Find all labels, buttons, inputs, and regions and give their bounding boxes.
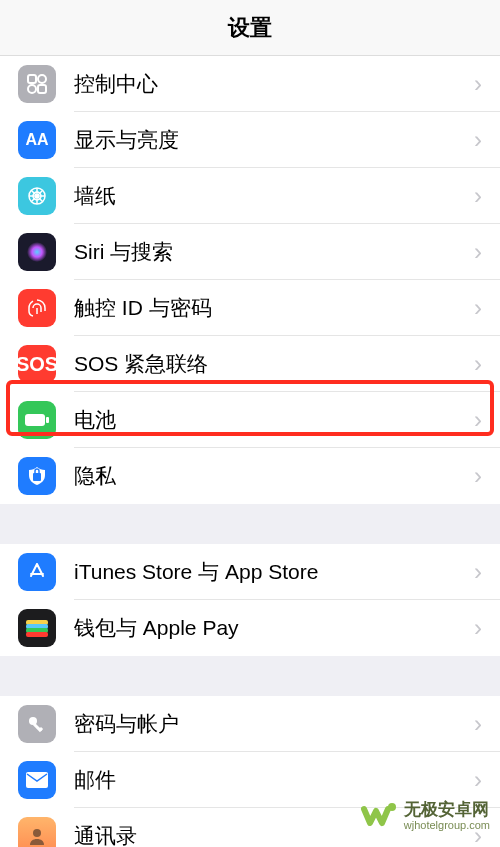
- watermark-title: 无极安卓网: [404, 800, 490, 820]
- page-title: 设置: [228, 13, 272, 43]
- chevron-icon: ›: [474, 240, 500, 264]
- settings-group-2: iTunes Store 与 App Store › 钱包与 Apple Pay…: [0, 544, 500, 656]
- chevron-icon: ›: [474, 296, 500, 320]
- row-privacy[interactable]: 隐私 ›: [0, 448, 500, 504]
- row-touch-id[interactable]: 触控 ID 与密码 ›: [0, 280, 500, 336]
- row-label: 邮件: [74, 766, 474, 794]
- svg-rect-7: [25, 414, 45, 426]
- wallet-icon: [18, 609, 56, 647]
- control-center-icon: [18, 65, 56, 103]
- watermark-logo-icon: [360, 797, 398, 835]
- svg-rect-3: [38, 85, 46, 93]
- row-label: 墙纸: [74, 182, 474, 210]
- chevron-icon: ›: [474, 128, 500, 152]
- wallpaper-icon: [18, 177, 56, 215]
- sos-icon: SOS: [18, 345, 56, 383]
- svg-rect-8: [46, 417, 49, 423]
- row-label: 钱包与 Apple Pay: [74, 614, 474, 642]
- svg-point-14: [29, 717, 37, 725]
- row-wallpaper[interactable]: 墙纸 ›: [0, 168, 500, 224]
- chevron-icon: ›: [474, 768, 500, 792]
- svg-rect-1: [38, 75, 46, 83]
- svg-rect-0: [28, 75, 36, 83]
- privacy-icon: [18, 457, 56, 495]
- key-icon: [18, 705, 56, 743]
- svg-rect-17: [26, 772, 48, 788]
- svg-rect-13: [26, 632, 48, 637]
- row-label: 控制中心: [74, 70, 474, 98]
- row-battery[interactable]: 电池 ›: [0, 392, 500, 448]
- row-label: 隐私: [74, 462, 474, 490]
- row-sos[interactable]: SOS SOS 紧急联络 ›: [0, 336, 500, 392]
- group-separator: [0, 656, 500, 696]
- row-label: 显示与亮度: [74, 126, 474, 154]
- svg-rect-9: [33, 473, 41, 481]
- siri-icon: [18, 233, 56, 271]
- svg-point-19: [388, 803, 396, 811]
- chevron-icon: ›: [474, 560, 500, 584]
- chevron-icon: ›: [474, 184, 500, 208]
- svg-rect-2: [28, 85, 36, 93]
- chevron-icon: ›: [474, 408, 500, 432]
- group-separator: [0, 504, 500, 544]
- chevron-icon: ›: [474, 352, 500, 376]
- row-display-brightness[interactable]: AA 显示与亮度 ›: [0, 112, 500, 168]
- row-siri-search[interactable]: Siri 与搜索 ›: [0, 224, 500, 280]
- watermark-url: wjhotelgroup.com: [404, 819, 490, 832]
- settings-group-1: 控制中心 › AA 显示与亮度 › 墙纸 › Siri 与搜索 › 触控 ID …: [0, 56, 500, 504]
- svg-point-18: [33, 829, 41, 837]
- header: 设置: [0, 0, 500, 56]
- row-label: 电池: [74, 406, 474, 434]
- row-app-store[interactable]: iTunes Store 与 App Store ›: [0, 544, 500, 600]
- watermark: 无极安卓网 wjhotelgroup.com: [360, 797, 490, 835]
- row-passwords-accounts[interactable]: 密码与帐户 ›: [0, 696, 500, 752]
- battery-icon: [18, 401, 56, 439]
- display-icon: AA: [18, 121, 56, 159]
- chevron-icon: ›: [474, 712, 500, 736]
- chevron-icon: ›: [474, 72, 500, 96]
- row-label: Siri 与搜索: [74, 238, 474, 266]
- fingerprint-icon: [18, 289, 56, 327]
- chevron-icon: ›: [474, 616, 500, 640]
- mail-icon: [18, 761, 56, 799]
- app-store-icon: [18, 553, 56, 591]
- row-wallet-apple-pay[interactable]: 钱包与 Apple Pay ›: [0, 600, 500, 656]
- row-label: iTunes Store 与 App Store: [74, 558, 474, 586]
- chevron-icon: ›: [474, 464, 500, 488]
- svg-point-6: [27, 242, 47, 262]
- row-label: SOS 紧急联络: [74, 350, 474, 378]
- row-label: 密码与帐户: [74, 710, 474, 738]
- row-label: 触控 ID 与密码: [74, 294, 474, 322]
- contacts-icon: [18, 817, 56, 847]
- row-control-center[interactable]: 控制中心 ›: [0, 56, 500, 112]
